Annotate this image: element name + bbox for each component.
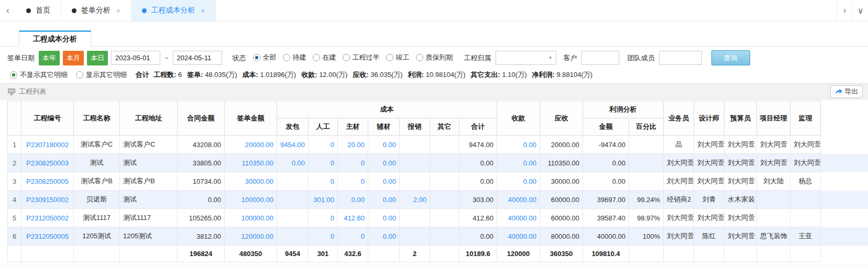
- col-cost-reimburse[interactable]: 报销: [400, 118, 430, 136]
- supervisor: [790, 209, 821, 227]
- col-project-name[interactable]: 工程名称: [74, 101, 120, 136]
- tab-close-icon[interactable]: ×: [116, 7, 120, 15]
- cost-labor[interactable]: 0: [309, 136, 338, 154]
- col-profit-amount[interactable]: 金额: [583, 118, 629, 136]
- cost-reimburse: [400, 172, 430, 191]
- col-cost-other[interactable]: 其它: [430, 118, 459, 136]
- sign-amount[interactable]: 100000.00: [225, 191, 277, 209]
- search-button[interactable]: 查询: [711, 50, 750, 65]
- radio-label: 竣工: [396, 53, 410, 62]
- cost-labor[interactable]: 0: [309, 172, 338, 191]
- project-code[interactable]: P2312050002: [21, 209, 74, 227]
- status-radio-1[interactable]: 待建: [283, 53, 306, 62]
- cost-outsource[interactable]: 9454.00: [277, 136, 309, 154]
- col-designer[interactable]: 设计师: [694, 101, 724, 136]
- this-year-button[interactable]: 本年: [39, 51, 60, 65]
- project-belong-select[interactable]: ▼: [496, 51, 556, 65]
- project-code[interactable]: P2308250003: [21, 154, 74, 172]
- tabs-scroll-right-icon[interactable]: ›: [837, 0, 852, 21]
- col-profit-percent[interactable]: 百分比: [629, 118, 664, 136]
- received[interactable]: 0.00: [497, 136, 540, 154]
- col-project-address[interactable]: 工程地址: [120, 101, 178, 136]
- sign-amount[interactable]: 120000.00: [225, 227, 277, 246]
- status-radio-4[interactable]: 竣工: [386, 53, 410, 62]
- tab-sign-analysis[interactable]: 签单分析 ×: [61, 0, 131, 21]
- this-month-button[interactable]: 本月: [63, 51, 84, 65]
- today-button[interactable]: 本日: [87, 51, 108, 65]
- col-cost-labor[interactable]: 人工: [309, 118, 338, 136]
- col-cost-total[interactable]: 合计: [459, 118, 497, 136]
- tab-project-cost-analysis-page[interactable]: 工程成本分析: [19, 30, 91, 47]
- project-table: 工程编号 工程名称 工程地址 合同金额 签单金额 成本 收款 应收 利润分析 业…: [7, 101, 868, 262]
- receivable: 60000.00: [540, 191, 583, 209]
- cost-aux-material[interactable]: 0.00: [368, 227, 400, 246]
- cost-main-material[interactable]: 0: [338, 227, 368, 246]
- hide-other-detail-radio[interactable]: 不显示其它明细: [10, 70, 68, 80]
- table-row: 1P2307180002测试客户C测试客户C43208.0020000.0094…: [8, 136, 868, 154]
- status-radio-0[interactable]: 全部: [253, 53, 277, 62]
- chevron-down-icon: ▼: [548, 56, 553, 60]
- team-member-input[interactable]: [659, 51, 702, 65]
- col-received[interactable]: 收款: [497, 101, 540, 136]
- project-code[interactable]: P2308250005: [21, 172, 74, 191]
- filler-cell: [821, 227, 868, 246]
- cost-main-material[interactable]: 0.00: [338, 191, 368, 209]
- col-supervisor[interactable]: 监理: [790, 101, 821, 136]
- tab-close-icon[interactable]: ×: [201, 7, 205, 15]
- cost-main-material[interactable]: 20.00: [338, 136, 368, 154]
- col-contract-amount[interactable]: 合同金额: [178, 101, 225, 136]
- cost-outsource: [277, 227, 309, 246]
- received[interactable]: 40000.00: [497, 191, 540, 209]
- cost-labor[interactable]: 301.00: [309, 191, 338, 209]
- profit-amount: 39587.40: [583, 209, 629, 227]
- received[interactable]: 0.00: [497, 154, 540, 172]
- cost-labor[interactable]: 0: [309, 227, 338, 246]
- project-code[interactable]: P2307180002: [21, 136, 74, 154]
- date-from-input[interactable]: [111, 51, 160, 65]
- col-cost-aux-material[interactable]: 辅材: [368, 118, 400, 136]
- project-code[interactable]: P2312050005: [21, 227, 74, 246]
- sign-amount[interactable]: 100000.00: [225, 209, 277, 227]
- cost-reimburse[interactable]: 2.00: [400, 191, 430, 209]
- col-cost-outsource[interactable]: 发包: [277, 118, 309, 136]
- cost-labor[interactable]: 0: [309, 209, 338, 227]
- status-radio-5[interactable]: 质保到期: [416, 53, 453, 62]
- cost-main-material[interactable]: 0: [338, 154, 368, 172]
- cost-main-material[interactable]: 412.60: [338, 209, 368, 227]
- sign-amount[interactable]: 110350.00: [225, 154, 277, 172]
- cost-total: 10189.6: [459, 246, 497, 262]
- cost-aux-material[interactable]: 0.00: [368, 209, 400, 227]
- col-receivable[interactable]: 应收: [540, 101, 583, 136]
- cost-aux-material[interactable]: 0.00: [368, 172, 400, 191]
- received[interactable]: 40000.00: [497, 227, 540, 246]
- date-to-input[interactable]: [173, 51, 222, 65]
- cost-labor[interactable]: 0: [309, 154, 338, 172]
- received[interactable]: 40000.00: [497, 209, 540, 227]
- cost-other: [430, 154, 459, 172]
- status-radio-3[interactable]: 工程过半: [343, 53, 380, 62]
- customer-input[interactable]: [581, 51, 619, 65]
- export-button[interactable]: 导出: [830, 85, 863, 98]
- received[interactable]: 0.00: [497, 172, 540, 191]
- cost-aux-material[interactable]: 0.00: [368, 191, 400, 209]
- tabs-dropdown-icon[interactable]: ∨: [852, 0, 868, 21]
- sign-amount[interactable]: 30000.00: [225, 172, 277, 191]
- col-estimator[interactable]: 预算员: [724, 101, 757, 136]
- page-tab-bar: 工程成本分析: [0, 30, 868, 47]
- cost-aux-material[interactable]: 0.00: [368, 136, 400, 154]
- sign-amount[interactable]: 20000.00: [225, 136, 277, 154]
- col-cost-main-material[interactable]: 主材: [338, 118, 368, 136]
- status-radio-2[interactable]: 在建: [313, 53, 336, 62]
- col-salesman[interactable]: 业务员: [664, 101, 694, 136]
- cost-aux-material[interactable]: 0.00: [368, 154, 400, 172]
- cost-outsource[interactable]: 0.00: [277, 154, 309, 172]
- col-sign-amount[interactable]: 签单金额: [225, 101, 277, 136]
- col-project-code[interactable]: 工程编号: [21, 101, 74, 136]
- show-other-detail-radio[interactable]: 显示其它明细: [76, 70, 127, 80]
- tabs-scroll-left-icon[interactable]: ‹: [0, 0, 16, 21]
- tab-home[interactable]: 首页: [16, 0, 61, 21]
- project-code[interactable]: P2309150002: [21, 191, 74, 209]
- cost-main-material[interactable]: 0: [338, 172, 368, 191]
- col-project-manager[interactable]: 项目经理: [757, 101, 790, 136]
- tab-project-cost-analysis[interactable]: 工程成本分析 ×: [131, 0, 216, 21]
